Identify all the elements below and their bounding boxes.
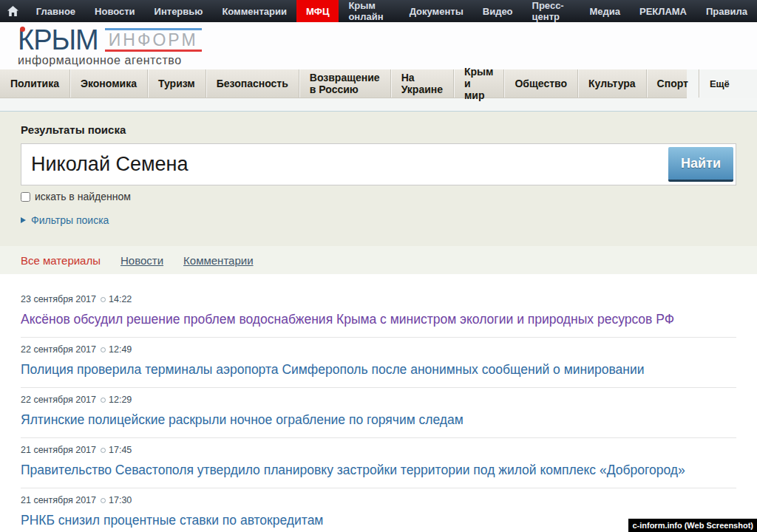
result-time: 12:29 (109, 395, 132, 405)
search-filters-toggle[interactable]: Фильтры поиска (21, 214, 736, 226)
result-meta: 21 сентября 201717:30 (21, 495, 736, 506)
result-time: 17:30 (109, 495, 132, 505)
search-form: Найти (21, 143, 736, 185)
result-title-link[interactable]: Аксёнов обсудил решение проблем водоснаб… (21, 311, 674, 328)
home-icon-glyph (7, 6, 18, 16)
result-item: 22 сентября 201712:49 Полиция проверила … (21, 337, 736, 387)
result-meta: 22 сентября 201712:49 (21, 344, 736, 355)
category-nav-item[interactable]: Возвращение в Россию (299, 69, 391, 98)
search-in-found-label: искать в найденном (35, 191, 131, 202)
logo-row: КРЫМ ИНФОРМ (18, 26, 202, 54)
watermark-label: c-inform.info (Web Screenshot) (627, 517, 757, 532)
category-nav-item[interactable]: Общество (504, 69, 578, 98)
filters-arrow-icon (21, 217, 26, 223)
results-tab[interactable]: Новости (120, 254, 163, 267)
search-panel: Результаты поиска Найти искать в найденн… (0, 111, 757, 246)
result-item: 23 сентября 201714:22 Аксёнов обсудил ре… (21, 287, 736, 337)
topbar: Главное Новости Интервью Комментарии МФЦ… (0, 0, 757, 22)
topbar-menu-item[interactable]: Интервью (145, 0, 213, 22)
category-nav-item[interactable]: Экономика (70, 69, 148, 98)
category-nav-item[interactable]: Политика (0, 69, 70, 98)
logo-brand-sub: ИНФОРМ (105, 28, 202, 52)
clock-icon (101, 498, 106, 503)
result-title-link[interactable]: Ялтинские полицейские раскрыли ночное ог… (21, 412, 464, 429)
search-button[interactable]: Найти (668, 147, 733, 182)
logo[interactable]: КРЫМ ИНФОРМ информационное агентство (18, 26, 202, 67)
category-nav-item[interactable]: Спорт (647, 69, 699, 98)
search-in-found-option[interactable]: искать в найденном (21, 191, 736, 202)
search-in-found-checkbox[interactable] (21, 192, 30, 202)
search-filters-label: Фильтры поиска (31, 214, 109, 226)
result-date: 21 сентября 2017 (21, 445, 96, 455)
category-nav-item[interactable]: Ещё (699, 69, 740, 98)
category-nav-item[interactable]: Культура (578, 69, 647, 98)
clock-icon (101, 448, 106, 453)
results-tabs: Все материалы Новости Комментарии (0, 246, 757, 274)
result-meta: 23 сентября 201714:22 (21, 294, 736, 305)
logo-brand-main: КРЫМ (18, 26, 98, 54)
logo-tagline: информационное агентство (18, 54, 182, 66)
category-nav-item[interactable]: Крым и мир (454, 69, 504, 98)
result-date: 23 сентября 2017 (21, 294, 96, 304)
results-list: 23 сентября 201714:22 Аксёнов обсудил ре… (0, 274, 757, 532)
topbar-menu-item[interactable]: Правила (696, 0, 757, 22)
result-meta: 22 сентября 201712:29 (21, 395, 736, 406)
category-nav-item[interactable]: На Украине (391, 69, 454, 98)
result-date: 22 сентября 2017 (21, 395, 96, 405)
result-date: 21 сентября 2017 (21, 495, 96, 505)
result-title-link[interactable]: Правительство Севастополя утвердило план… (21, 462, 685, 479)
search-results-heading: Результаты поиска (21, 123, 736, 136)
result-date: 22 сентября 2017 (21, 344, 96, 355)
result-title-link[interactable]: Полиция проверила терминалы аэропорта Си… (21, 361, 644, 378)
topbar-menu-item[interactable]: Комментарии (212, 0, 296, 22)
logo-dot-icon (20, 27, 25, 32)
search-input[interactable] (21, 144, 736, 185)
results-tab[interactable]: Все материалы (21, 254, 101, 267)
result-item: 21 сентября 201717:45 Правительство Сева… (21, 437, 736, 488)
topbar-menu-item[interactable]: Видео (473, 0, 523, 22)
topbar-menu-item[interactable]: МФЦ (296, 0, 339, 22)
topbar-menu-item[interactable]: Новости (85, 0, 145, 22)
masthead: КРЫМ ИНФОРМ информационное агентство (0, 22, 757, 69)
topbar-menu-item[interactable]: Пресс-центр (523, 0, 580, 22)
topbar-menu: Главное Новости Интервью Комментарии МФЦ… (27, 0, 757, 22)
clock-icon (101, 347, 106, 352)
topbar-menu-item[interactable]: Крым онлайн (339, 0, 399, 22)
header-strip (0, 98, 757, 111)
category-nav: Политика Экономика Туризм Безопасность В… (0, 69, 687, 98)
category-nav-item[interactable]: Безопасность (206, 69, 299, 98)
category-nav-row: Политика Экономика Туризм Безопасность В… (0, 69, 757, 98)
topbar-menu-item[interactable]: РЕКЛАМА (630, 0, 696, 22)
clock-icon (101, 398, 106, 403)
result-title-link[interactable]: РНКБ снизил процентные ставки по автокре… (21, 512, 323, 529)
results-tab[interactable]: Комментарии (183, 254, 253, 267)
topbar-menu-item[interactable]: Главное (27, 0, 85, 22)
category-nav-item[interactable]: Туризм (148, 69, 206, 98)
home-icon[interactable] (0, 0, 27, 22)
topbar-menu-item[interactable]: Медиа (580, 0, 630, 22)
result-time: 17:45 (109, 445, 132, 455)
result-time: 12:49 (109, 344, 132, 355)
topbar-menu-item[interactable]: Документы (400, 0, 473, 22)
result-meta: 21 сентября 201717:45 (21, 445, 736, 456)
result-item: 22 сентября 201712:29 Ялтинские полицейс… (21, 387, 736, 437)
result-time: 14:22 (109, 294, 132, 304)
clock-icon (101, 297, 106, 302)
